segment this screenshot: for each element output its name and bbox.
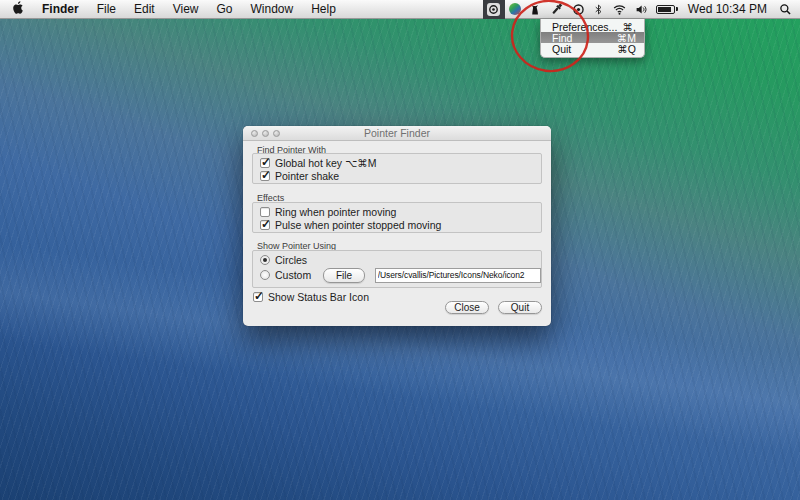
close-window-button[interactable] (251, 130, 258, 137)
zoom-window-button[interactable] (273, 130, 280, 137)
checkbox-row-ring-moving: Ring when pointer moving (253, 205, 541, 218)
pointer-finder-window: Pointer Finder Find Pointer With Global … (243, 126, 551, 326)
checkbox-label: Global hot key ⌥⌘M (275, 157, 376, 169)
checkbox-row-status-bar-icon: Show Status Bar Icon (252, 290, 369, 303)
ring-when-moving-checkbox[interactable] (260, 207, 270, 217)
radio-label: Circles (275, 254, 307, 266)
custom-icon-path-field[interactable] (375, 268, 541, 283)
menubar-item-help[interactable]: Help (302, 0, 345, 18)
cat-status-icon[interactable] (525, 0, 546, 19)
menu-item-label: Quit (552, 43, 571, 55)
menubar-clock[interactable]: Wed 10:34 PM (682, 2, 775, 16)
group-find-pointer-with: Global hot key ⌥⌘M Pointer shake (252, 153, 542, 184)
bluetooth-icon[interactable] (589, 0, 608, 19)
group-effects: Ring when pointer moving Pulse when poin… (252, 202, 542, 233)
radio-row-circles: Circles (253, 254, 541, 266)
menubar-item-go[interactable]: Go (208, 0, 242, 18)
menubar-item-view[interactable]: View (164, 0, 208, 18)
show-status-bar-icon-checkbox[interactable] (253, 292, 263, 302)
pulse-when-stopped-checkbox[interactable] (260, 220, 270, 230)
checkbox-label: Show Status Bar Icon (268, 291, 369, 303)
window-titlebar[interactable]: Pointer Finder (243, 126, 551, 141)
window-title: Pointer Finder (243, 126, 551, 141)
checkbox-label: Pulse when pointer stopped moving (275, 219, 441, 231)
checkbox-label: Pointer shake (275, 170, 339, 182)
checkbox-row-pulse-stopped: Pulse when pointer stopped moving (253, 218, 541, 231)
menubar-item-file[interactable]: File (88, 0, 125, 18)
group-show-pointer-using: Circles Custom File (252, 250, 542, 288)
target-status-icon[interactable] (568, 0, 589, 19)
checkbox-row-global-hotkey: Global hot key ⌥⌘M (253, 156, 541, 169)
menu-item-preferences[interactable]: Preferences... ⌘, (541, 21, 644, 32)
spotlight-search-icon[interactable] (775, 0, 800, 19)
circles-radio[interactable] (260, 255, 270, 265)
pointer-shake-checkbox[interactable] (260, 171, 270, 181)
menu-bar: Finder File Edit View Go Window Help (0, 0, 800, 19)
menu-item-quit[interactable]: Quit ⌘Q (541, 43, 644, 54)
quit-button[interactable]: Quit (498, 301, 542, 314)
file-button[interactable]: File (323, 268, 365, 283)
global-hotkey-checkbox[interactable] (260, 158, 270, 168)
pointer-finder-status-icon[interactable] (483, 0, 505, 19)
apple-logo-icon (11, 0, 24, 18)
colored-sphere-status-icon[interactable] (505, 0, 525, 19)
close-button[interactable]: Close (445, 301, 489, 314)
menubar-item-window[interactable]: Window (242, 0, 303, 18)
flashlight-status-icon[interactable] (546, 0, 568, 19)
menubar-item-edit[interactable]: Edit (125, 0, 164, 18)
radio-row-custom: Custom File (253, 266, 541, 284)
apple-menu[interactable] (0, 0, 33, 18)
desktop-wallpaper: Finder File Edit View Go Window Help (0, 0, 800, 500)
status-item-menu: Preferences... ⌘, Find ⌘M Quit ⌘Q (540, 19, 645, 58)
minimize-window-button[interactable] (262, 130, 269, 137)
custom-radio[interactable] (260, 270, 270, 280)
wifi-icon[interactable] (608, 0, 631, 19)
menu-item-shortcut: ⌘Q (617, 43, 636, 55)
radio-label: Custom (275, 269, 311, 281)
checkbox-row-pointer-shake: Pointer shake (253, 169, 541, 182)
menubar-item-finder[interactable]: Finder (33, 0, 88, 18)
volume-icon[interactable] (631, 0, 652, 19)
battery-icon[interactable] (652, 0, 682, 19)
target-icon (487, 3, 500, 16)
checkbox-label: Ring when pointer moving (275, 206, 396, 218)
menu-item-find[interactable]: Find ⌘M (541, 32, 644, 43)
